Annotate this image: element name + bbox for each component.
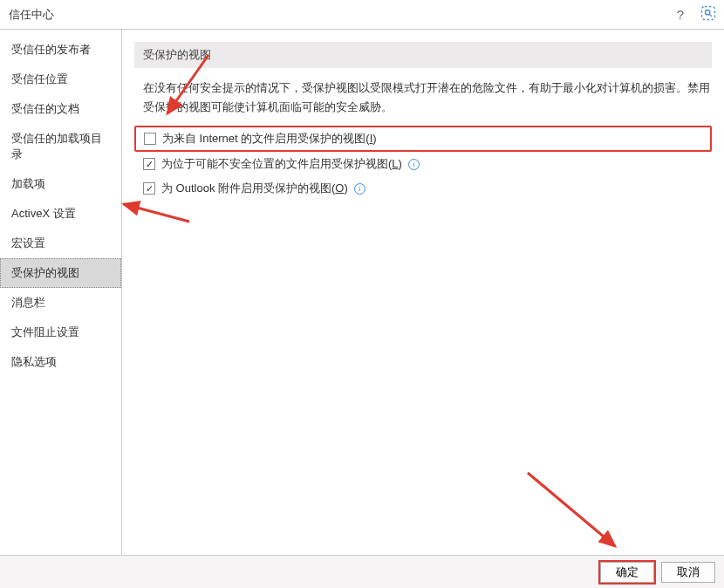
checkbox-icon: [143, 182, 155, 195]
svg-line-2: [709, 14, 712, 17]
sidebar-item-trusted-addin-catalogs[interactable]: 受信任的加载项目录: [0, 124, 121, 169]
checkbox-icon: [143, 158, 155, 170]
titlebar: 信任中心 ?: [0, 0, 724, 30]
annotation-arrow: [519, 466, 624, 553]
dialog-title: 信任中心: [9, 7, 54, 23]
titlebar-actions: ?: [677, 0, 717, 29]
checkbox-icon: [144, 133, 156, 145]
help-icon[interactable]: ?: [677, 7, 684, 22]
cancel-button[interactable]: 取消: [661, 562, 715, 583]
sidebar: 受信任的发布者 受信任位置 受信任的文档 受信任的加载项目录 加载项 Activ…: [0, 30, 122, 555]
checkbox-label: 为 Outlook 附件启用受保护的视图(O): [161, 181, 348, 196]
dialog-footer: 确定 取消: [0, 555, 724, 588]
info-icon[interactable]: [408, 159, 420, 170]
sidebar-item-file-block[interactable]: 文件阻止设置: [0, 318, 121, 347]
sidebar-item-macro[interactable]: 宏设置: [0, 229, 121, 258]
svg-line-3: [124, 204, 189, 222]
svg-line-5: [528, 473, 615, 546]
sidebar-item-addins[interactable]: 加载项: [0, 169, 121, 199]
checkbox-label: 为位于可能不安全位置的文件启用受保护视图(L): [161, 156, 402, 172]
checkbox-outlook-attachments[interactable]: 为 Outlook 附件启用受保护的视图(O): [134, 176, 712, 201]
checkbox-internet-files[interactable]: 为来自 Internet 的文件启用受保护的视图(I): [134, 126, 712, 152]
content-pane: 受保护的视图 在没有任何安全提示的情况下，受保护视图以受限模式打开潜在的危险文件…: [122, 30, 724, 555]
sidebar-item-activex[interactable]: ActiveX 设置: [0, 199, 121, 229]
smart-lookup-icon[interactable]: [700, 4, 717, 24]
sidebar-item-trusted-documents[interactable]: 受信任的文档: [0, 94, 121, 124]
section-description: 在没有任何安全提示的情况下，受保护视图以受限模式打开潜在的危险文件，有助于最小化…: [143, 79, 712, 117]
ok-button[interactable]: 确定: [600, 562, 654, 583]
sidebar-item-protected-view[interactable]: 受保护的视图: [0, 258, 121, 288]
sidebar-item-privacy[interactable]: 隐私选项: [0, 347, 121, 377]
info-icon[interactable]: [354, 183, 365, 195]
sidebar-item-message-bar[interactable]: 消息栏: [0, 288, 121, 318]
checkbox-label: 为来自 Internet 的文件启用受保护的视图(I): [162, 131, 377, 147]
dialog-body: 受信任的发布者 受信任位置 受信任的文档 受信任的加载项目录 加载项 Activ…: [0, 30, 724, 555]
svg-rect-0: [702, 7, 715, 20]
section-header: 受保护的视图: [134, 42, 712, 68]
sidebar-item-trusted-publishers[interactable]: 受信任的发布者: [0, 35, 121, 65]
checkbox-unsafe-locations[interactable]: 为位于可能不安全位置的文件启用受保护视图(L): [134, 152, 712, 176]
svg-point-1: [706, 10, 710, 15]
sidebar-item-trusted-locations[interactable]: 受信任位置: [0, 65, 121, 94]
